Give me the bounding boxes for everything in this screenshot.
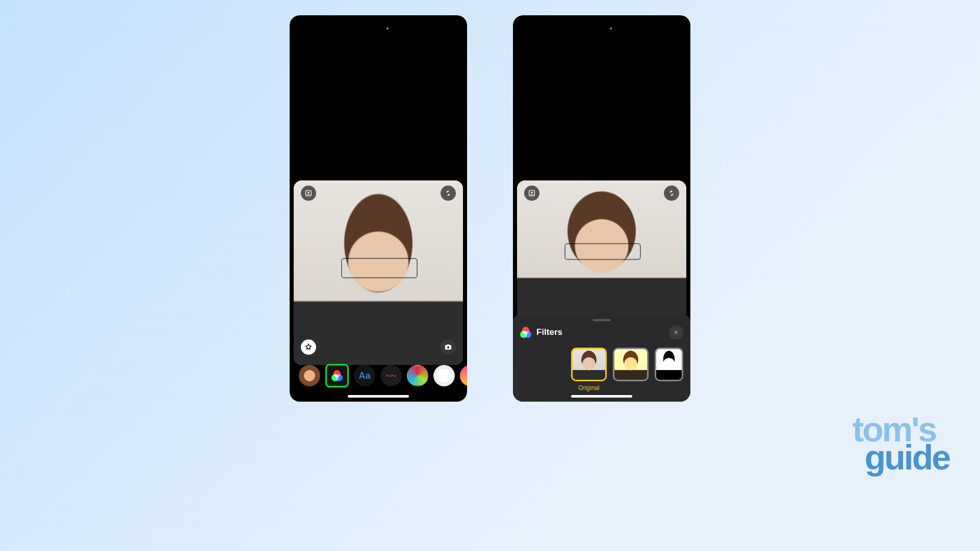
effects-row: Aa ~~ eb — [290, 364, 467, 387]
svg-point-1 — [307, 192, 309, 193]
logo-line2: guide — [865, 443, 949, 472]
phone-left-effects-row: Aa ~~ eb — [290, 15, 467, 402]
filter-option-original[interactable]: Original — [571, 348, 607, 391]
shapes-icon: ~~ — [385, 370, 397, 382]
compress-icon — [668, 190, 675, 197]
flip-camera-icon — [444, 343, 452, 351]
activity-effect-button[interactable] — [407, 365, 428, 386]
memoji-effect-button[interactable] — [299, 365, 320, 386]
person-icon — [528, 189, 536, 197]
compress-icon — [445, 190, 452, 197]
filters-panel: Filters Original — [513, 315, 690, 402]
camera-indicator-dot — [386, 28, 389, 30]
filter-option-3[interactable] — [655, 348, 683, 391]
home-indicator[interactable] — [571, 395, 632, 398]
selfie-preview — [517, 180, 686, 329]
phone-right-filters-panel: Filters Original — [513, 15, 690, 402]
filter-thumbnails: Original — [520, 348, 683, 391]
filter-thumb — [571, 348, 607, 381]
filter-label: Original — [578, 384, 599, 391]
selfie-image — [517, 180, 686, 329]
camera-indicator-dot — [610, 28, 612, 30]
svg-point-4 — [531, 192, 532, 193]
svg-point-2 — [447, 346, 449, 348]
filters-icon — [331, 370, 343, 381]
minimize-button[interactable] — [441, 186, 456, 201]
filters-effect-button[interactable] — [325, 364, 349, 387]
home-indicator[interactable] — [348, 395, 409, 398]
person-icon — [304, 189, 313, 197]
filter-option-2[interactable] — [613, 348, 649, 391]
selfie-image — [294, 180, 463, 365]
effects-button[interactable] — [301, 339, 316, 355]
message-stickers-effect-button[interactable] — [460, 365, 467, 386]
center-stage-button[interactable] — [524, 186, 539, 201]
panel-grabber[interactable] — [592, 319, 611, 321]
flip-camera-button[interactable] — [441, 339, 456, 355]
close-icon — [673, 329, 679, 335]
center-stage-button[interactable] — [301, 186, 316, 201]
toms-guide-logo: tom's guide — [853, 415, 949, 473]
shapes-effect-button[interactable]: ~~ — [380, 365, 402, 386]
panel-header: Filters — [520, 325, 683, 339]
filter-thumb — [613, 348, 649, 381]
star-icon — [304, 343, 313, 351]
selfie-preview — [294, 180, 463, 365]
minimize-button[interactable] — [664, 186, 679, 201]
text-icon: Aa — [358, 371, 370, 381]
close-panel-button[interactable] — [669, 325, 683, 339]
panel-title: Filters — [536, 327, 664, 337]
memoji-stickers-effect-button[interactable] — [433, 365, 455, 386]
text-effect-button[interactable]: Aa — [354, 365, 375, 386]
filters-icon — [520, 327, 531, 338]
filter-thumb — [655, 348, 683, 381]
